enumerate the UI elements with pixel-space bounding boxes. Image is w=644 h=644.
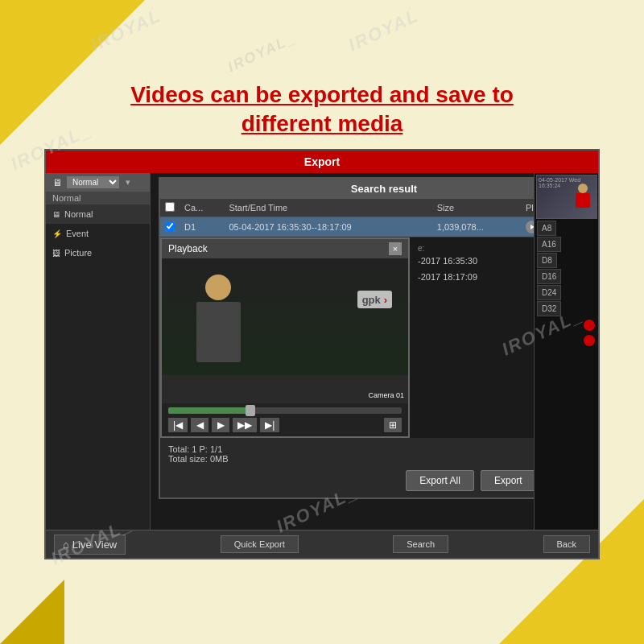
skip-end-button[interactable]: ▶| [260,418,279,432]
picture-icon: 🖼 [52,249,60,258]
export-stats: Total: 1 P: 1/1 Total size: 0MB [168,444,534,464]
cam-person-head [578,184,588,193]
col-play: Play [521,199,534,217]
skip-start-button[interactable]: |◀ [168,418,188,432]
dvr-sidebar: 🖥 Normal ▾ Normal 🖥 Normal ⚡ Event 🖼 Pic… [46,173,151,558]
video-logo: gpk › [357,291,392,308]
video-camera-label: Camera 01 [368,391,404,399]
info-end-date: -2017 18:17:09 [418,272,534,282]
person-body [196,302,241,362]
export-dialog-title: Search result [160,179,534,199]
col-checkbox [160,199,180,217]
info-start-date: -2017 16:35:30 [418,256,534,266]
next-button[interactable]: ▶▶ [233,418,257,432]
channel-d16-button[interactable]: D16 [537,269,561,284]
event-icon: ⚡ [52,229,62,238]
export-button[interactable]: Export [481,470,534,491]
live-view-label: Live View [72,539,117,551]
scroll-indicators [537,319,596,332]
dvr-title: Export [304,155,340,168]
sidebar-label-normal: Normal [64,209,93,219]
playback-video: 04-05-2017 Wed 16:45:35 g [162,258,408,403]
playback-dialog: Playback × 04-05-2017 Wed 16:45:35 [160,237,410,438]
sidebar-normal-bar: 🖥 Normal ▾ [46,173,150,192]
record-indicator-2 [584,335,595,346]
record-indicator-1 [584,320,595,331]
channel-d8-button[interactable]: D8 [537,253,557,268]
cam-person [572,184,592,212]
playback-container: Playback × 04-05-2017 Wed 16:45:35 [160,237,410,438]
scroll-indicators-2 [537,334,596,347]
row-checkbox[interactable] [165,221,175,231]
export-dialog-bottom: Total: 1 P: 1/1 Total size: 0MB Export A… [160,438,534,497]
progress-bar[interactable] [168,407,402,414]
dvr-titlebar: Export [46,151,598,173]
live-view-button[interactable]: ⌂ Live View [54,535,126,555]
select-all-checkbox[interactable] [165,202,175,212]
dvr-body: 🖥 Normal ▾ Normal 🖥 Normal ⚡ Event 🖼 Pic… [46,173,598,558]
col-time: Start/End Time [224,199,431,217]
cam-thumb-image: 04-05-2017 Wed 16:35:24 [537,175,597,218]
normal-dropdown[interactable]: Normal [67,176,119,188]
normal-label: Normal [46,192,150,204]
search-result-area: Ca... Start/End Time Size Play Lock [160,199,534,237]
quick-export-button[interactable]: Quick Export [221,535,299,553]
back-button[interactable]: Back [543,535,590,553]
row-channel: D1 [180,217,224,237]
channel-a8-button[interactable]: A8 [537,221,556,236]
export-buttons: Export All Export Cancel [168,470,534,491]
heading-line2: different media [80,109,564,138]
play-pause-button[interactable]: ▶ [212,418,229,432]
logo-text: gpk [362,294,381,306]
transport-controls: |◀ ◀ ▶ ▶▶ ▶| ⊞ [168,418,402,432]
sidebar-label-event: Event [66,229,89,238]
cam-person-body [576,193,590,208]
dvr-main: Search result Ca... Start/End Time [151,173,534,558]
playback-title: Playback [168,243,208,254]
col-camera: Ca... [180,199,224,217]
sidebar-item-normal[interactable]: 🖥 Normal [46,204,150,224]
progress-cursor[interactable] [246,405,255,416]
monitor-icon: 🖥 [52,177,62,188]
sidebar-item-picture[interactable]: 🖼 Picture [46,243,150,262]
table-row[interactable]: D1 05-04-2017 16:35:30--18:17:09 1,039,0… [160,217,534,237]
camera-thumbnail[interactable]: 04-05-2017 Wed 16:35:24 [536,175,597,219]
table-header-row: Ca... Start/End Time Size Play Lock [160,199,534,217]
person-head [205,275,231,300]
home-icon: ⌂ [63,539,69,551]
row-play-cell [521,217,534,237]
middle-section: Playback × 04-05-2017 Wed 16:45:35 [160,237,534,438]
info-start-label: e: [418,244,534,253]
playback-controls: |◀ ◀ ▶ ▶▶ ▶| ⊞ [162,403,408,436]
progress-fill [168,407,250,414]
play-button[interactable] [526,221,534,233]
sidebar-item-event[interactable]: ⚡ Event [46,224,150,243]
export-dialog: Search result Ca... Start/End Time [159,177,534,499]
video-person [182,275,254,379]
total-size-stat: Total size: 0MB [168,454,534,464]
bg-decoration-bl [0,580,64,644]
prev-button[interactable]: ◀ [191,418,208,432]
row-time: 05-04-2017 16:35:30--18:17:09 [224,217,431,237]
row-size: 1,039,078... [432,217,521,237]
dvr-bottombar: ⌂ Live View Quick Export Search Back [46,530,598,558]
svg-marker-0 [530,225,534,229]
playback-close-button[interactable]: × [389,242,402,255]
monitor-icon-sm: 🖥 [52,210,60,219]
playback-titlebar: Playback × [162,239,408,258]
col-size: Size [432,199,521,217]
export-all-button[interactable]: Export All [406,470,474,491]
dvr-right-panel: 04-05-2017 Wed 16:35:24 A8 A16 D8 D16 D2… [534,173,598,558]
watermark-2: IROYAL [345,5,423,56]
total-stat: Total: 1 P: 1/1 [168,444,534,454]
watermark-4: IROYAL_ [225,30,299,76]
search-button[interactable]: Search [393,535,448,553]
fullscreen-button[interactable]: ⊞ [384,418,402,432]
row-checkbox-cell [160,217,180,237]
result-table: Ca... Start/End Time Size Play Lock [160,199,534,237]
dvr-window: Export 🖥 Normal ▾ Normal 🖥 Normal ⚡ Even… [44,149,600,559]
channel-d24-button[interactable]: D24 [537,285,561,300]
channel-d32-button[interactable]: D32 [537,301,561,316]
page-heading: Videos can be exported and save to diffe… [80,80,564,139]
channel-a16-button[interactable]: A16 [537,237,561,252]
